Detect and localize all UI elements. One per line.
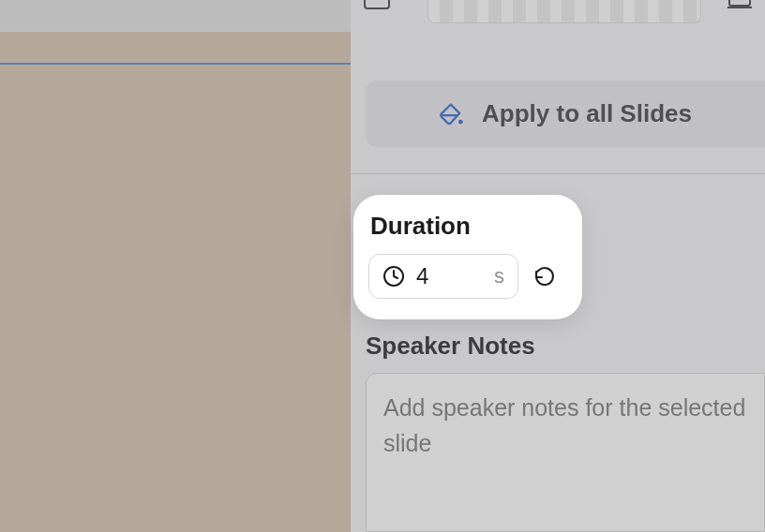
apply-button-label: Apply to all Slides (482, 99, 692, 128)
apply-to-all-button[interactable]: Apply to all Slides (366, 81, 765, 147)
duration-input-container[interactable]: s (368, 254, 518, 299)
svg-rect-0 (365, 0, 389, 8)
panel-divider (351, 173, 765, 174)
device-icon[interactable] (728, 0, 752, 9)
slide-selection-line (0, 63, 351, 65)
duration-row: s (368, 254, 567, 299)
speaker-notes-textarea[interactable] (366, 373, 765, 532)
duration-popover: Duration s (353, 195, 582, 319)
duration-unit: s (494, 264, 504, 288)
clock-icon (382, 265, 405, 288)
duration-input[interactable] (416, 263, 494, 289)
undo-icon[interactable] (533, 265, 556, 288)
paint-bucket-icon (439, 101, 465, 127)
slide-top-strip (0, 0, 351, 32)
slide-canvas (0, 0, 351, 532)
layout-icon[interactable] (364, 0, 390, 9)
svg-point-3 (458, 119, 463, 124)
duration-heading: Duration (368, 212, 567, 241)
speaker-notes-heading: Speaker Notes (366, 332, 535, 361)
background-pattern-swatch[interactable] (428, 0, 701, 23)
svg-rect-1 (729, 0, 750, 6)
